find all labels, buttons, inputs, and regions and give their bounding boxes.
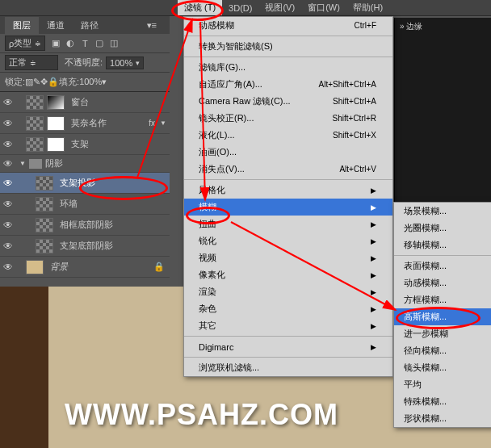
tab-channels[interactable]: 通道 — [39, 17, 73, 34]
tab-paths[interactable]: 路径 — [73, 17, 107, 34]
mi-sharpen[interactable]: 锐化▶ — [184, 232, 392, 249]
fx-badge[interactable]: fx — [149, 119, 155, 128]
menu-view[interactable]: 视图(V) — [258, 0, 301, 15]
mi-tilt-blur[interactable]: 移轴模糊... — [394, 237, 491, 253]
mi-digimarc[interactable]: Digimarc▶ — [184, 338, 392, 355]
lock-label: 锁定: — [5, 76, 25, 88]
layer-thumb — [36, 218, 53, 232]
mi-blur[interactable]: 模糊▶ — [184, 199, 392, 216]
folder-expand-icon[interactable]: ▼ — [19, 160, 26, 167]
panel-menu-icon[interactable]: ▾≡ — [139, 18, 165, 33]
filter-icon-1[interactable]: ▣ — [49, 37, 62, 50]
mi-gallery[interactable]: 滤镜库(G)... — [184, 59, 392, 76]
lock-transparent-icon[interactable]: ▨ — [25, 77, 33, 87]
mi-gaussian-blur[interactable]: 高斯模糊... — [394, 308, 491, 325]
mi-radial-blur[interactable]: 径向模糊... — [394, 342, 491, 359]
menu-3d[interactable]: 3D(D) — [222, 2, 258, 15]
visibility-icon[interactable]: 👁 — [0, 158, 16, 170]
visibility-icon[interactable]: 👁 — [0, 97, 16, 108]
mi-vanish[interactable]: 消失点(V)...Alt+Ctrl+V — [184, 161, 392, 178]
mi-shape-blur[interactable]: 形状模糊... — [394, 410, 491, 427]
mi-lens[interactable]: 镜头校正(R)...Shift+Ctrl+R — [184, 110, 392, 127]
mi-noise[interactable]: 杂色▶ — [184, 300, 392, 317]
mi-online[interactable]: 浏览联机滤镜... — [184, 359, 392, 376]
layer-row[interactable]: 👁 相框底部阴影 — [0, 215, 170, 236]
layer-thumb — [36, 176, 53, 191]
watermark-text: WWW.PSAHZ.COM — [65, 398, 338, 432]
mi-iris-blur[interactable]: 光圈模糊... — [394, 220, 491, 237]
filter-icon-5[interactable]: ◫ — [107, 37, 120, 50]
mi-surface-blur[interactable]: 表面模糊... — [394, 257, 491, 274]
mi-average[interactable]: 平均 — [394, 376, 491, 393]
mi-last-filter[interactable]: 动感模糊Ctrl+F — [184, 17, 392, 34]
mi-other[interactable]: 其它▶ — [184, 317, 392, 334]
filter-menu: 动感模糊Ctrl+F 转换为智能滤镜(S) 滤镜库(G)... 自适应广角(A)… — [183, 16, 393, 377]
visibility-icon[interactable]: 👁 — [0, 178, 16, 189]
folder-name: 阴影 — [45, 157, 63, 170]
layer-row[interactable]: 👁 环墙 — [0, 194, 170, 215]
layer-name: 环墙 — [60, 198, 170, 210]
filter-type-select[interactable]: ρ 类型≑ — [5, 36, 45, 51]
layer-folder[interactable]: 👁 ▼ 阴影 — [0, 155, 170, 173]
mi-box-blur[interactable]: 方框模糊... — [394, 291, 491, 308]
blur-submenu: 场景模糊... 光圈模糊... 移轴模糊... 表面模糊... 动感模糊... … — [393, 202, 491, 428]
opacity-value[interactable]: 100%▾ — [106, 57, 144, 69]
layer-row[interactable]: 👁 支架 — [0, 134, 170, 155]
tab-layers[interactable]: 图层 — [5, 17, 39, 34]
menu-filter[interactable]: 滤镜 (T) — [178, 0, 222, 15]
mi-liquify[interactable]: 液化(L)...Shift+Ctrl+X — [184, 127, 392, 144]
mi-render[interactable]: 渲染▶ — [184, 283, 392, 300]
panel-tabs: 图层 通道 路径 ▾≡ — [0, 16, 170, 34]
layer-name: 相框底部阴影 — [60, 219, 170, 231]
lock-brush-icon[interactable]: ✎ — [33, 77, 40, 87]
visibility-icon[interactable]: 👁 — [0, 262, 16, 273]
properties-title: » 边缘 — [395, 18, 491, 36]
layer-thumb — [26, 95, 44, 110]
layer-row-selected[interactable]: 👁 支架投影 — [0, 173, 170, 194]
lock-move-icon[interactable]: ✥ — [40, 77, 48, 87]
mi-further-blur[interactable]: 进一步模糊 — [394, 325, 491, 342]
mi-pixelate[interactable]: 像素化▶ — [184, 266, 392, 283]
layer-name: 背景 — [50, 261, 153, 273]
layer-thumb — [36, 197, 53, 211]
filter-icon-3[interactable]: T — [78, 37, 91, 50]
layers-list: 👁 窗台 👁 莫奈名作 fx ▼ 👁 支架 👁 ▼ 阴影 👁 支架投影 👁 — [0, 92, 170, 278]
fill-value[interactable]: 100%▾ — [79, 77, 107, 87]
mi-field-blur[interactable]: 场景模糊... — [394, 203, 491, 220]
blend-mode-select[interactable]: 正常≑ — [5, 55, 58, 70]
lock-icon: 🔒 — [153, 262, 165, 272]
chevron-down-icon[interactable]: ▼ — [160, 119, 166, 127]
mi-oil[interactable]: 油画(O)... — [184, 144, 392, 161]
visibility-icon[interactable]: 👁 — [0, 199, 16, 210]
mi-to-smart[interactable]: 转换为智能滤镜(S) — [184, 38, 392, 55]
layer-thumb — [26, 116, 44, 131]
mi-distort[interactable]: 扭曲▶ — [184, 216, 392, 232]
fill-label: 填充: — [59, 76, 79, 88]
folder-icon — [29, 159, 42, 169]
filter-icon-4[interactable]: ▢ — [93, 37, 106, 50]
mi-stylize[interactable]: 风格化▶ — [184, 182, 392, 199]
mi-special-blur[interactable]: 特殊模糊... — [394, 393, 491, 410]
mi-adaptive[interactable]: 自适应广角(A)...Alt+Shift+Ctrl+A — [184, 76, 392, 93]
lock-row: 锁定: ▨ ✎ ✥ 🔒 填充: 100%▾ — [0, 73, 170, 92]
lock-all-icon[interactable]: 🔒 — [48, 77, 59, 87]
menu-help[interactable]: 帮助(H) — [346, 0, 389, 15]
layer-name: 支架 — [71, 138, 170, 150]
mi-camera-raw[interactable]: Camera Raw 滤镜(C)...Shift+Ctrl+A — [184, 93, 392, 110]
visibility-icon[interactable]: 👁 — [0, 139, 16, 150]
menu-window[interactable]: 窗口(W) — [301, 0, 346, 15]
mi-lens-blur[interactable]: 镜头模糊... — [394, 359, 491, 376]
visibility-icon[interactable]: 👁 — [0, 241, 16, 252]
layer-row[interactable]: 👁 背景 🔒 — [0, 257, 170, 278]
layer-row[interactable]: 👁 窗台 — [0, 92, 170, 113]
layer-row[interactable]: 👁 支架底部阴影 — [0, 236, 170, 257]
layer-row[interactable]: 👁 莫奈名作 fx ▼ — [0, 113, 170, 134]
mi-video[interactable]: 视频▶ — [184, 249, 392, 266]
mask-thumb — [47, 95, 65, 110]
layer-name: 莫奈名作 — [71, 117, 149, 129]
mi-motion-blur[interactable]: 动感模糊... — [394, 274, 491, 291]
menubar: 滤镜 (T) 3D(D) 视图(V) 窗口(W) 帮助(H) — [0, 0, 491, 16]
filter-icon-2[interactable]: ◐ — [64, 37, 77, 50]
visibility-icon[interactable]: 👁 — [0, 118, 16, 129]
visibility-icon[interactable]: 👁 — [0, 220, 16, 231]
